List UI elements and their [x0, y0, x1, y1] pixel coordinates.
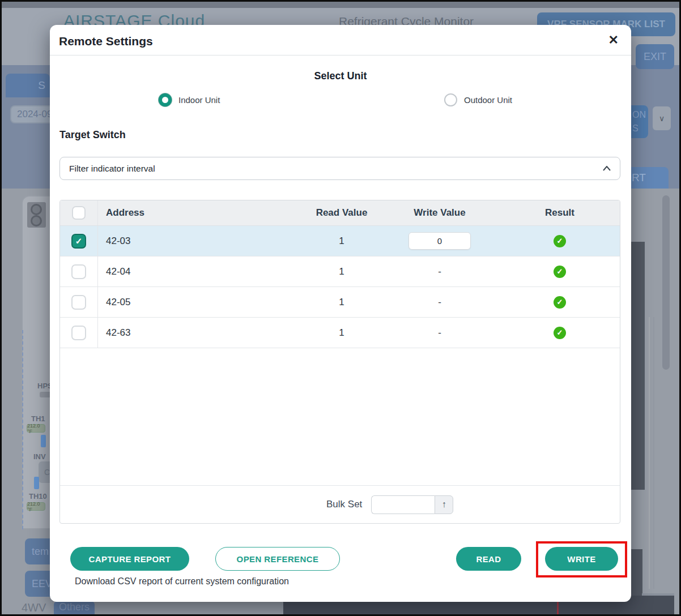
- bulk-set-row: Bulk Set ↑: [60, 485, 620, 523]
- table-row[interactable]: 42-04 1 - ✓: [60, 256, 620, 287]
- panel-divider: [649, 317, 650, 589]
- col-address: Address: [98, 207, 303, 219]
- cell-address: 42-63: [98, 327, 303, 339]
- row-checkbox-cell: ✓: [60, 226, 98, 256]
- header-checkbox-cell: [60, 200, 98, 225]
- dialog-header: Remote Settings ✕: [50, 25, 631, 55]
- table-empty-area: [60, 348, 620, 485]
- cell-address: 42-04: [98, 266, 303, 277]
- cell-address: 42-05: [98, 297, 303, 308]
- bulk-set-input[interactable]: [371, 495, 435, 514]
- switch-table: Address Read Value Write Value Result ✓ …: [59, 200, 620, 524]
- result-success-icon: ✓: [554, 327, 566, 339]
- cell-read-value: 1: [303, 266, 381, 277]
- remote-settings-dialog: Remote Settings ✕ Select Unit Indoor Uni…: [50, 25, 631, 602]
- diagram-label-th1: TH1: [31, 414, 45, 423]
- row-checkbox-cell: [60, 318, 98, 348]
- radio-indoor-unit[interactable]: Indoor Unit: [159, 93, 220, 106]
- diagram-label-th10: TH10: [29, 492, 47, 500]
- col-read-value: Read Value: [303, 207, 381, 219]
- bulk-set-label: Bulk Set: [326, 499, 362, 510]
- result-success-icon: ✓: [554, 235, 566, 247]
- screen: AIRSTAGE Cloud Refrigerant Cycle Monitor…: [0, 0, 681, 616]
- col-write-value: Write Value: [381, 207, 499, 219]
- dropdown-value: Filter indicator interval: [69, 164, 603, 174]
- close-icon[interactable]: ✕: [608, 33, 619, 48]
- toolbar-right-button-line2: S: [632, 123, 639, 134]
- fan-icon: [31, 215, 42, 226]
- sensor-icon: [41, 435, 46, 447]
- exit-button[interactable]: EXIT: [636, 44, 674, 69]
- table-row[interactable]: 42-63 1 - ✓: [60, 318, 620, 348]
- others-tab[interactable]: Others: [54, 601, 95, 616]
- col-result: Result: [499, 207, 620, 219]
- row-checkbox-checked[interactable]: ✓: [71, 234, 86, 249]
- th10-value-chip: 212.0 °F: [27, 502, 45, 511]
- write-value-input[interactable]: [408, 232, 471, 250]
- cell-read-value: 1: [303, 327, 381, 339]
- cell-address: 42-03: [98, 236, 303, 247]
- toolbar-tab[interactable]: S: [6, 74, 50, 97]
- row-checkbox[interactable]: [71, 295, 86, 310]
- read-button[interactable]: READ: [456, 547, 521, 571]
- target-switch-heading: Target Switch: [59, 129, 126, 141]
- toolbar-right-button-line1: ON: [632, 110, 646, 120]
- cell-write-value: -: [381, 266, 499, 277]
- result-success-icon: ✓: [554, 296, 566, 309]
- radio-selected-icon[interactable]: [159, 93, 172, 106]
- select-unit-heading: Select Unit: [50, 70, 631, 82]
- radio-unselected-icon[interactable]: [444, 93, 457, 106]
- table-row[interactable]: 42-05 1 - ✓: [60, 287, 620, 318]
- cell-write-value: -: [381, 327, 499, 339]
- dialog-title: Remote Settings: [59, 35, 153, 48]
- table-row[interactable]: ✓ 42-03 1 ✓: [60, 226, 620, 256]
- sensor-icon: [34, 477, 39, 489]
- chevron-down-icon: ∨: [659, 114, 665, 123]
- write-button[interactable]: WRITE: [545, 547, 618, 571]
- bulk-apply-button[interactable]: ↑: [435, 495, 453, 514]
- outdoor-unit-image: [27, 202, 46, 228]
- chart-bar: [631, 242, 645, 490]
- panel-divider: [653, 317, 654, 589]
- radio-indoor-label: Indoor Unit: [178, 95, 220, 105]
- csv-caption: Download CSV report of current system co…: [75, 576, 289, 587]
- fan-icon: [31, 204, 42, 215]
- radio-outdoor-label: Outdoor Unit: [464, 95, 512, 105]
- capture-report-button[interactable]: CAPTURE REPORT: [70, 547, 189, 571]
- fourwv-label: 4WV: [22, 601, 46, 614]
- arrow-up-icon: ↑: [442, 499, 446, 510]
- page-top-strip: [0, 0, 681, 8]
- row-checkbox-cell: [60, 287, 98, 317]
- row-checkbox[interactable]: [71, 264, 86, 279]
- select-all-checkbox[interactable]: [72, 206, 86, 220]
- row-checkbox[interactable]: [71, 326, 86, 340]
- row-checkbox-cell: [60, 256, 98, 286]
- diagram-label-inv: INV: [33, 452, 46, 461]
- target-switch-dropdown[interactable]: Filter indicator interval: [59, 157, 620, 180]
- cell-read-value: 1: [303, 236, 381, 247]
- toolbar-dropdown[interactable]: ∨: [653, 106, 671, 130]
- table-header-row: Address Read Value Write Value Result: [60, 200, 620, 226]
- cell-write-value: -: [381, 297, 499, 308]
- cell-read-value: 1: [303, 297, 381, 308]
- chevron-up-icon: [603, 166, 611, 171]
- page-scrollbar[interactable]: [662, 195, 670, 370]
- result-success-icon: ✓: [554, 266, 566, 278]
- open-reference-button[interactable]: OPEN REFERENCE: [215, 547, 340, 571]
- diagram-dashed-line: [22, 330, 23, 529]
- radio-outdoor-unit[interactable]: Outdoor Unit: [444, 93, 512, 106]
- th1-value-chip: 212.0 °F: [27, 424, 45, 433]
